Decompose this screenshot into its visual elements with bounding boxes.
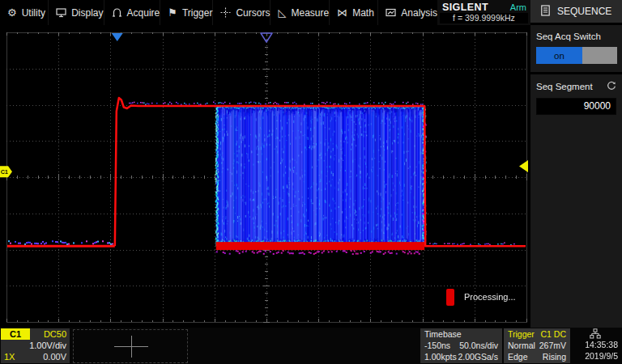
menu-label: Cursors bbox=[236, 7, 270, 19]
toggle-on-segment[interactable]: on bbox=[536, 47, 582, 64]
menu-label: Utility bbox=[22, 7, 45, 19]
menu-item-utility[interactable]: ⚙ Utility bbox=[0, 0, 49, 25]
seq-segment-label: Seq Segment bbox=[536, 82, 593, 91]
channel1-offset: 0.00V bbox=[43, 351, 66, 362]
scope-display-area: Processing... bbox=[0, 25, 530, 328]
analysis-icon bbox=[386, 7, 396, 18]
timebase-points: 1.00kpts bbox=[424, 351, 457, 362]
sequence-panel-header[interactable]: SEQUENCE bbox=[530, 0, 622, 25]
trigger-title: Trigger bbox=[508, 329, 535, 340]
trigger-descriptor[interactable]: Trigger C1 DC Normal 267mV Edge Rising bbox=[504, 328, 570, 363]
acquire-icon bbox=[112, 7, 122, 18]
menu-item-trigger[interactable]: ⚑ Trigger bbox=[160, 0, 213, 25]
clipboard-icon bbox=[541, 5, 550, 19]
timebase-samplerate: 2.00GSa/s bbox=[458, 351, 498, 362]
trigger-type: Edge bbox=[508, 351, 528, 362]
channel1-probe: 1X bbox=[1, 351, 15, 362]
seq-acq-switch-label: Seq Acq Switch bbox=[536, 32, 601, 41]
system-date: 2019/9/5 bbox=[572, 350, 618, 362]
monitor-icon bbox=[56, 7, 66, 18]
add-channel-slot[interactable] bbox=[73, 329, 188, 363]
trigger-level: 267mV bbox=[539, 340, 566, 351]
processing-label: Processing... bbox=[464, 292, 516, 302]
menu-label: Measure bbox=[291, 7, 329, 19]
waveform-display[interactable] bbox=[0, 25, 530, 328]
refresh-icon[interactable] bbox=[607, 81, 616, 92]
seq-segment-input[interactable]: 90000 bbox=[536, 98, 616, 115]
menu-label: Acquire bbox=[127, 7, 160, 19]
timebase-descriptor[interactable]: Timebase -150ns 50.0ns/div 1.00kpts 2.00… bbox=[420, 328, 502, 363]
gear-icon: ⚙ bbox=[7, 7, 17, 18]
trigger-slope: Rising bbox=[543, 351, 566, 362]
timebase-delay: -150ns bbox=[424, 340, 450, 351]
menu-item-measure[interactable]: ◺ Measure bbox=[271, 0, 330, 25]
menu-label: Display bbox=[71, 7, 103, 19]
bottom-status-bar: C1 DC50 1.00V/div 1X 0.00V Timebase -150… bbox=[0, 328, 622, 364]
trigger-mode: Normal bbox=[508, 340, 535, 351]
menu-item-display[interactable]: Display bbox=[49, 0, 104, 25]
channel1-coupling: DC50 bbox=[44, 328, 66, 340]
timebase-title: Timebase bbox=[424, 329, 462, 340]
channel1-name-badge: C1 bbox=[1, 328, 30, 340]
processing-indicator-icon bbox=[446, 289, 454, 306]
bowtie-icon: ⋈ bbox=[337, 7, 347, 18]
menu-label: Analysis bbox=[401, 7, 437, 19]
siglent-logo: SIGLENT bbox=[442, 2, 488, 13]
menu-item-math[interactable]: ⋈ Math bbox=[330, 0, 378, 25]
trigger-frequency: f = 399.9999kHz bbox=[440, 13, 528, 23]
network-icon bbox=[572, 328, 618, 339]
timebase-scale: 50.0ns/div bbox=[459, 340, 498, 351]
system-time: 14:35:38 bbox=[572, 339, 618, 350]
channel1-descriptor[interactable]: C1 DC50 1.00V/div 1X 0.00V bbox=[1, 328, 70, 363]
seq-acq-section: Seq Acq Switch on bbox=[530, 25, 622, 72]
menu-label: Trigger bbox=[182, 7, 213, 19]
menu-item-acquire[interactable]: Acquire bbox=[104, 0, 161, 25]
menu-item-cursors[interactable]: Cursors bbox=[213, 0, 271, 25]
status-block: SIGLENT Arm f = 399.9999kHz bbox=[437, 0, 530, 25]
menu-item-analysis[interactable]: Analysis bbox=[378, 0, 437, 25]
flag-icon: ⚑ bbox=[168, 7, 177, 18]
trigger-source: C1 DC bbox=[540, 329, 566, 340]
toggle-off-segment[interactable] bbox=[582, 47, 617, 64]
plus-icon bbox=[131, 336, 132, 358]
ruler-icon: ◺ bbox=[278, 7, 286, 18]
top-menu-bar: ⚙ Utility Display Acquire ⚑ Trigger Curs… bbox=[0, 0, 437, 25]
seq-acq-toggle[interactable]: on bbox=[536, 47, 617, 64]
channel1-scale: 1.00V/div bbox=[1, 340, 66, 351]
panel-title: SEQUENCE bbox=[557, 6, 611, 17]
seq-segment-section: Seq Segment 90000 bbox=[530, 74, 622, 123]
menu-label: Math bbox=[352, 7, 374, 19]
crosshair-icon bbox=[220, 7, 231, 18]
clock-block: 14:35:38 2019/9/5 bbox=[572, 328, 620, 363]
sequence-panel: SEQUENCE Seq Acq Switch on Seq Segment 9… bbox=[530, 0, 622, 364]
acquisition-status: Arm bbox=[510, 2, 526, 12]
